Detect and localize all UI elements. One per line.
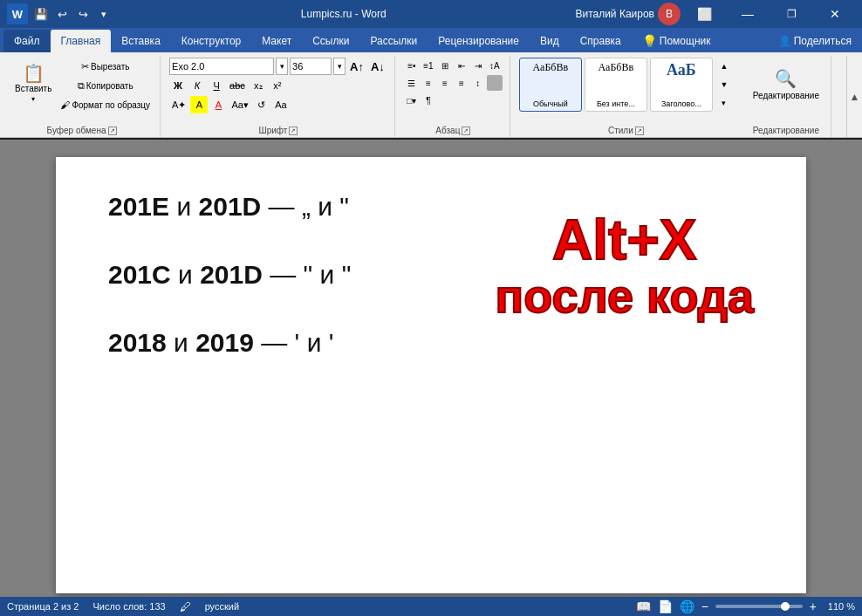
styles-expand[interactable]: ▾ xyxy=(715,94,733,112)
clipboard-sub: ✂ Вырезать ⧉ Копировать 🖌 Формат по обра… xyxy=(58,58,153,113)
multilevel-button[interactable]: ⊞ xyxy=(437,58,453,73)
status-track-icon[interactable]: 🖊 xyxy=(180,600,191,613)
tab-view[interactable]: Вид xyxy=(530,30,570,52)
minimize-btn[interactable]: — xyxy=(728,0,768,28)
ribbon-collapse-btn[interactable]: ▲ xyxy=(846,56,862,137)
style-nospacing[interactable]: АаБбВв Без инте... xyxy=(585,58,647,112)
justify-button[interactable]: ≡ xyxy=(454,75,469,91)
align-left-button[interactable]: ☰ xyxy=(404,75,420,91)
format-painter-icon: 🖌 xyxy=(60,99,70,110)
font-size-change-button[interactable]: Аа▾ xyxy=(229,96,251,113)
font-size-input[interactable] xyxy=(290,58,332,75)
user-avatar[interactable]: В xyxy=(658,3,681,25)
web-view-icon[interactable]: 🌐 xyxy=(680,599,694,613)
close-btn[interactable]: ✕ xyxy=(815,0,855,28)
code-201c: 201C xyxy=(108,260,171,289)
tab-design[interactable]: Конструктор xyxy=(171,30,251,52)
subscript-button[interactable]: x₂ xyxy=(250,77,267,94)
style-heading-label: Заголово... xyxy=(661,99,701,108)
zoom-level[interactable]: 110 % xyxy=(824,601,855,612)
customize-quick-icon[interactable]: ▾ xyxy=(96,6,112,22)
styles-expand-btn[interactable]: ↗ xyxy=(635,127,644,135)
superscript-button[interactable]: x² xyxy=(269,77,286,94)
save-quick-icon[interactable]: 💾 xyxy=(33,6,49,22)
font-size-dropdown[interactable]: ▾ xyxy=(333,58,345,75)
style-heading[interactable]: АаБ Заголово... xyxy=(650,58,713,112)
text-effects-button[interactable]: A✦ xyxy=(169,96,188,113)
para-row2: ☰ ≡ ≡ ≡ ↕ xyxy=(404,75,503,91)
ribbon-group-paragraph: ≡• ≡1 ⊞ ⇤ ⇥ ↕A ☰ ≡ ≡ ≡ ↕ □▾ ¶ xyxy=(397,56,510,137)
bullets-button[interactable]: ≡• xyxy=(404,58,420,73)
styles-scroll-up[interactable]: ▲ xyxy=(715,58,733,75)
ribbon-group-styles: АаБбВв Обычный АаБбВв Без инте... АаБ За… xyxy=(512,56,740,137)
styles-scroll-down[interactable]: ▼ xyxy=(715,76,733,93)
italic-button[interactable]: К xyxy=(188,77,206,94)
word-logo-icon[interactable]: W xyxy=(7,3,28,24)
paragraph-expand[interactable]: ↗ xyxy=(462,127,470,135)
ribbon-group-clipboard: 📋 Вставить ▾ ✂ Вырезать ⧉ Копировать 🖌 Ф… xyxy=(3,56,161,137)
copy-button[interactable]: ⧉ Копировать xyxy=(58,77,153,94)
restore-btn[interactable]: ❐ xyxy=(771,0,811,28)
decrease-font-button[interactable]: A↓ xyxy=(368,58,387,75)
align-center-button[interactable]: ≡ xyxy=(421,75,436,91)
border-button[interactable]: □▾ xyxy=(404,92,420,108)
tab-layout[interactable]: Макет xyxy=(251,30,302,52)
highlight-button[interactable]: A xyxy=(190,96,208,113)
tab-help[interactable]: Справка xyxy=(570,30,632,52)
font-style-row: Ж К Ч abc x₂ x² xyxy=(169,77,387,94)
print-layout-icon[interactable]: 📄 xyxy=(658,599,673,613)
paragraph-content: ≡• ≡1 ⊞ ⇤ ⇥ ↕A ☰ ≡ ≡ ≡ ↕ □▾ ¶ xyxy=(404,58,503,126)
ribbon-group-font: ▾ ▾ A↑ A↓ Ж К Ч abc x₂ x² A✦ A A xyxy=(162,56,395,137)
clear-format-button[interactable]: ↺ xyxy=(253,96,270,113)
tab-insert[interactable]: Вставка xyxy=(111,30,171,52)
increase-indent-button[interactable]: ⇥ xyxy=(470,58,486,73)
tab-review[interactable]: Рецензирование xyxy=(428,30,530,52)
style-normal-preview: АаБбВв xyxy=(533,61,569,74)
tab-references[interactable]: Ссылки xyxy=(302,30,359,52)
tab-assistant[interactable]: 💡 Помощник xyxy=(632,30,722,52)
code-2018: 2018 xyxy=(108,328,167,357)
title-bar-title: Lumpics.ru - Word xyxy=(112,8,575,20)
format-painter-button[interactable]: 🖌 Формат по образцу xyxy=(58,96,153,113)
tab-share[interactable]: 👤 Поделиться xyxy=(768,30,862,52)
shading-button[interactable] xyxy=(487,75,503,91)
style-heading-preview: АаБ xyxy=(667,61,696,79)
styles-scroll: ▲ ▼ ▾ xyxy=(715,58,733,112)
style-normal[interactable]: АаБбВв Обычный xyxy=(519,58,582,112)
font-color-button[interactable]: A xyxy=(209,96,227,113)
increase-font-button[interactable]: A↑ xyxy=(347,58,366,75)
tab-mailings[interactable]: Рассылки xyxy=(359,30,428,52)
clipboard-expand[interactable]: ↗ xyxy=(108,127,117,135)
font-name-input[interactable] xyxy=(169,58,274,75)
document-page: 201E и 201D — „ и " 201C и 201D — " и " … xyxy=(56,157,806,593)
undo-quick-icon[interactable]: ↩ xyxy=(54,6,70,22)
decrease-indent-button[interactable]: ⇤ xyxy=(454,58,469,73)
cut-button[interactable]: ✂ Вырезать xyxy=(58,58,153,75)
ribbon-display-btn[interactable]: ⬜ xyxy=(684,0,724,28)
dash-2: — " и " xyxy=(270,260,351,289)
editing-content: 🔍 Редактирование xyxy=(749,58,824,126)
editing-button[interactable]: 🔍 Редактирование xyxy=(749,58,824,110)
paragraph-mark-button[interactable]: ¶ xyxy=(421,92,436,108)
and-2: и xyxy=(178,260,200,289)
numbering-button[interactable]: ≡1 xyxy=(421,58,436,73)
code-201e: 201E xyxy=(108,192,169,221)
font-name-dropdown[interactable]: ▾ xyxy=(276,58,288,75)
tab-home[interactable]: Главная xyxy=(51,30,112,52)
paste-button[interactable]: 📋 Вставить ▾ xyxy=(10,58,56,110)
line-spacing-button[interactable]: ↕ xyxy=(470,75,486,91)
tab-file[interactable]: Файл xyxy=(3,30,51,52)
zoom-slider[interactable] xyxy=(715,605,803,608)
redo-quick-icon[interactable]: ↪ xyxy=(75,6,91,22)
align-right-button[interactable]: ≡ xyxy=(437,75,453,91)
sort-button[interactable]: ↕A xyxy=(487,58,503,73)
underline-button[interactable]: Ч xyxy=(208,77,225,94)
read-mode-icon[interactable]: 📖 xyxy=(636,599,651,613)
username: Виталий Каиров xyxy=(575,8,654,20)
strikethrough-button[interactable]: abc xyxy=(227,77,248,94)
zoom-out-btn[interactable]: − xyxy=(701,599,708,613)
zoom-in-btn[interactable]: + xyxy=(810,599,817,613)
font-expand[interactable]: ↗ xyxy=(289,127,298,135)
change-case-button[interactable]: Aa xyxy=(272,96,290,113)
bold-button[interactable]: Ж xyxy=(169,77,187,94)
